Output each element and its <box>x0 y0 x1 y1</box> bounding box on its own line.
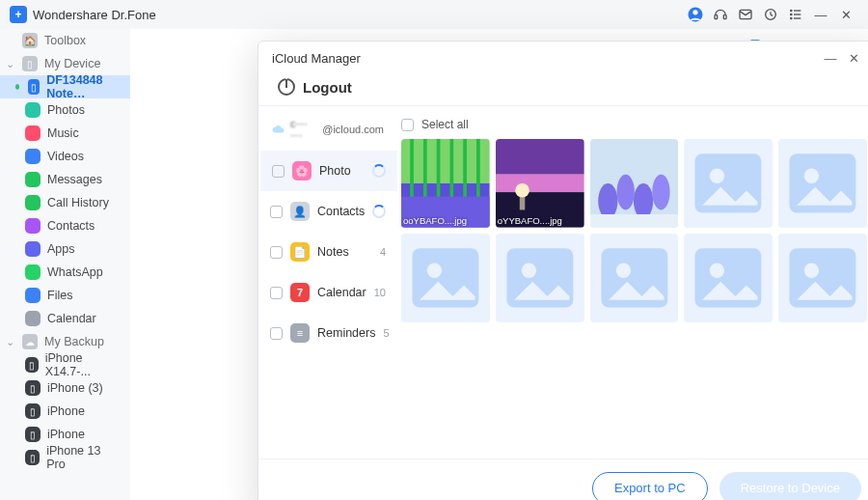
photo-thumb[interactable]: oYYBAFO....jpg <box>496 139 584 228</box>
photo-thumb[interactable] <box>590 139 679 228</box>
photo-thumb[interactable]: ooYBAFO....jpg <box>401 139 490 228</box>
titlebar: + Wondershare Dr.Fone — ✕ <box>0 0 868 29</box>
dialog-title: iCloud Manager <box>272 51 361 66</box>
logout-button[interactable]: Logout <box>258 74 868 105</box>
sidebar-item-label: WhatsApp <box>47 265 103 279</box>
history-icon[interactable] <box>758 2 783 27</box>
sidebar-item-call-history[interactable]: Call History <box>0 191 130 214</box>
sidebar-item-label: Photos <box>47 103 85 117</box>
dialog-footer: Export to PC Restore to Device <box>258 458 868 500</box>
sidebar-selected-device[interactable]: ▯ DF134848 Note… <box>0 75 130 98</box>
image-icon <box>590 234 679 322</box>
backup-label: iPhone (3) <box>47 381 103 395</box>
svg-point-18 <box>804 169 819 183</box>
category-reminders[interactable]: ≡ Reminders5 <box>258 313 397 353</box>
icloud-manager-dialog: iCloud Manager — ✕ Logout c···· ···· @ic… <box>258 41 868 500</box>
category-count: 4 <box>380 246 386 258</box>
export-to-pc-button[interactable]: Export to PC <box>592 472 708 501</box>
sidebar-item-label: Files <box>47 289 72 302</box>
sidebar-item-videos[interactable]: Videos <box>0 145 130 168</box>
category-label: Contacts <box>317 205 365 218</box>
category-photo[interactable]: 🌸 Photo <box>258 151 397 191</box>
phone-icon: ▯ <box>25 427 41 442</box>
checkbox-icon[interactable] <box>270 287 283 299</box>
svg-point-8 <box>791 14 792 14</box>
backup-item[interactable]: ▯iPhone (3) <box>0 376 130 400</box>
category-column: c···· ···· @icloud.com 🌸 Photo 👤 Contact… <box>258 106 397 458</box>
category-notes[interactable]: 📄 Notes4 <box>258 232 397 272</box>
sidebar-mybackup[interactable]: ⌄ ☁ My Backup <box>0 330 130 353</box>
sidebar-item-contacts[interactable]: Contacts <box>0 214 130 237</box>
backup-item[interactable]: ▯iPhone 13 Pro <box>0 446 130 469</box>
restore-to-device-button[interactable]: Restore to Device <box>719 472 861 501</box>
backup-item[interactable]: ▯iPhone <box>0 423 130 446</box>
svg-point-22 <box>522 263 536 277</box>
sidebar-icon <box>25 195 41 210</box>
sidebar-item-calendar[interactable]: Calendar <box>0 307 130 330</box>
backup-item[interactable]: ▯iPhone X14.7-... <box>0 353 130 376</box>
checkbox-icon <box>401 119 414 131</box>
image-icon <box>401 234 490 322</box>
image-icon <box>496 234 584 322</box>
mail-icon[interactable] <box>733 2 758 27</box>
category-icon: 🌸 <box>292 161 312 181</box>
sidebar-icon <box>25 218 41 234</box>
sidebar-item-label: Contacts <box>47 219 95 233</box>
photo-placeholder <box>496 234 584 322</box>
sidebar-mydevice[interactable]: ⌄ ▯ My Device <box>0 52 130 75</box>
sidebar-item-whatsapp[interactable]: WhatsApp <box>0 261 130 284</box>
power-icon <box>278 78 295 96</box>
loading-icon <box>372 205 386 218</box>
svg-point-1 <box>692 10 697 14</box>
category-label: Notes <box>317 245 349 259</box>
sidebar-item-label: Calendar <box>47 312 96 325</box>
sidebar-item-photos[interactable]: Photos <box>0 98 130 122</box>
photo-placeholder <box>778 234 867 322</box>
dialog-header: iCloud Manager — ✕ <box>258 42 868 74</box>
dialog-minimize-icon[interactable]: — <box>819 46 842 69</box>
icloud-account: c···· ···· @icloud.com <box>258 112 397 151</box>
sidebar-item-label: Messages <box>47 173 102 186</box>
cloud-icon <box>272 123 285 136</box>
minimize-icon[interactable]: — <box>808 2 833 27</box>
checkbox-icon[interactable] <box>270 246 283 259</box>
sidebar: 🏠 Toolbox ⌄ ▯ My Device ▯ DF134848 Note…… <box>0 29 130 500</box>
thumb-caption: oYYBAFO....jpg <box>498 215 562 226</box>
dialog-close-icon[interactable]: ✕ <box>842 46 865 69</box>
select-all-label: Select all <box>421 118 469 131</box>
account-icon[interactable] <box>683 2 708 27</box>
sidebar-icon <box>25 264 41 280</box>
backup-label: iPhone 13 Pro <box>46 444 119 471</box>
sidebar-item-apps[interactable]: Apps <box>0 237 130 261</box>
checkbox-icon[interactable] <box>270 327 283 340</box>
photo-placeholder <box>401 234 490 322</box>
list-icon[interactable] <box>783 2 808 27</box>
svg-rect-3 <box>723 15 726 19</box>
sidebar-item-music[interactable]: Music <box>0 122 130 145</box>
checkbox-icon[interactable] <box>272 165 285 178</box>
close-icon[interactable]: ✕ <box>833 2 858 27</box>
select-all-checkbox[interactable]: Select all <box>401 114 867 139</box>
category-icon: 7 <box>290 283 310 302</box>
chevron-down-icon: ⌄ <box>6 58 15 70</box>
category-label: Reminders <box>317 326 375 340</box>
selected-device-label: DF134848 Note… <box>46 73 119 100</box>
svg-point-26 <box>710 263 724 277</box>
thumb-caption: ooYBAFO....jpg <box>403 215 467 226</box>
category-count: 5 <box>383 327 389 339</box>
checkbox-icon[interactable] <box>270 206 283 218</box>
image-icon <box>684 234 773 322</box>
sidebar-icon <box>25 241 41 257</box>
phone-icon: ▯ <box>25 450 40 465</box>
sidebar-toolbox[interactable]: 🏠 Toolbox <box>0 29 130 52</box>
phone-icon: ▯ <box>25 403 41 419</box>
sidebar-item-messages[interactable]: Messages <box>0 168 130 191</box>
category-calendar[interactable]: 7 Calendar10 <box>258 272 397 313</box>
sidebar-label: My Backup <box>44 335 104 348</box>
acct-prefix: c···· ···· <box>290 118 317 141</box>
headset-icon[interactable] <box>708 2 733 27</box>
sidebar-item-files[interactable]: Files <box>0 284 130 307</box>
category-contacts[interactable]: 👤 Contacts <box>258 191 397 232</box>
backup-item[interactable]: ▯iPhone <box>0 400 130 423</box>
svg-point-20 <box>427 263 442 277</box>
